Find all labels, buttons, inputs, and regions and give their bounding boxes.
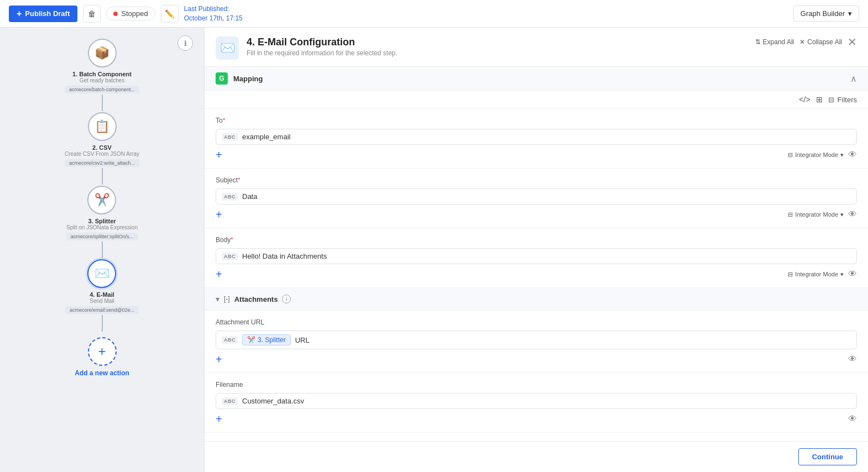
graph-builder-button[interactable]: Graph Builder ▾ [793,6,859,22]
subject-add-row: + ⊟ Integrator Mode ▾ 👁 [216,209,857,220]
integrator-icon-subject: ⊟ [788,211,793,218]
abc-badge-url: ABC [222,336,238,344]
to-label: To* [216,117,857,124]
body-eye-button[interactable]: 👁 [848,269,857,279]
node-label-3: 3. Splitter [88,218,116,224]
expand-all-button[interactable]: ⇅ Expand All [755,38,794,46]
node-label-4: 4. E-Mail [90,291,114,298]
info-icon[interactable]: ℹ [177,35,193,51]
mapping-collapse-button[interactable]: ∧ [850,74,857,84]
attachment-url-eye-button[interactable]: 👁 [848,354,857,364]
attachment-url-add-button[interactable]: + [216,354,222,365]
edit-button[interactable]: ✏️ [161,5,179,23]
step-header: ✉️ 4. E-Mail Configuration Fill in the r… [205,28,868,67]
node-tag-3: acmecore/splitter:splitOn/s... [66,233,138,240]
attachment-url-field-row[interactable]: ABC ✂️ 3. Splitter URL [216,331,857,349]
connector-line-3 [102,242,103,258]
attachments-label: Attachments [234,295,278,303]
to-add-button[interactable]: + [216,149,222,160]
splitter-token-icon: ✂️ [247,336,255,344]
right-panel: ✉️ 4. E-Mail Configuration Fill in the r… [205,28,868,472]
to-field-group: To* ABC example_email + ⊟ Integrator Mod… [205,109,868,169]
subject-add-button[interactable]: + [216,209,222,220]
filters-button[interactable]: ⊟ Filters [828,96,857,104]
filename-field-row[interactable]: ABC Customer_data.csv [216,393,857,409]
attachment-url-add-row: + 👁 [216,354,857,365]
filename-value: Customer_data.csv [242,397,851,405]
bracket-label: [-] [224,295,230,303]
to-field-row[interactable]: ABC example_email [216,129,857,145]
pipeline-node-2[interactable]: 📋 2. CSV Create CSV From JSON Array acme… [65,112,139,167]
filename-actions: 👁 [848,414,857,424]
node-circle-4: ✉️ [87,259,116,288]
node-sublabel-4: Send Mail [90,298,114,304]
mapping-section-header: G Mapping ∧ [205,67,868,91]
url-suffix: URL [295,336,851,344]
collapse-all-button[interactable]: ✕ Collapse All [799,38,842,46]
abc-badge-subject: ABC [222,193,238,201]
abc-badge-body: ABC [222,253,238,260]
chevron-down-icon-body: ▾ [840,271,844,278]
body-add-row: + ⊟ Integrator Mode ▾ 👁 [216,269,857,280]
chevron-down-icon: ▾ [840,151,844,159]
abc-badge-filename: ABC [222,397,238,405]
code-toggle-button[interactable]: </> [799,95,810,104]
node-circle-2: 📋 [88,112,117,141]
add-label: Add a new action [75,369,129,377]
attachment-url-label: Attachment URL [216,318,857,326]
abc-badge: ABC [222,133,238,141]
body-value: Hello! Data in Attachments [242,252,851,260]
body-integrator-mode-button[interactable]: ⊟ Integrator Mode ▾ [788,271,844,278]
attachment-url-field-group: Attachment URL ABC ✂️ 3. Splitter URL + … [205,311,868,373]
step-title: 4. E-Mail Configuration [247,36,747,48]
code-icon: </> [799,95,810,104]
node-circle-3: ✂️ [87,186,116,214]
subject-integrator-mode-button[interactable]: ⊟ Integrator Mode ▾ [788,211,844,218]
subject-field-row[interactable]: ABC Data [216,188,857,204]
body-field-group: Body* ABC Hello! Data in Attachments + ⊟… [205,228,868,288]
publish-draft-button[interactable]: + Publish Draft [9,6,77,22]
mapping-section-title: Mapping [233,75,845,83]
delete-button[interactable]: 🗑 [83,5,101,23]
attachment-url-actions: 👁 [848,354,857,364]
continue-button[interactable]: Continue [798,448,857,465]
close-button[interactable]: ✕ [848,36,857,48]
g-badge: G [216,72,228,85]
to-eye-button[interactable]: 👁 [848,150,857,160]
attachments-info-icon[interactable]: i [282,295,291,303]
subject-value: Data [242,192,851,201]
topbar: + Publish Draft 🗑 Stopped ✏️ Last Publis… [0,0,868,28]
to-actions: ⊟ Integrator Mode ▾ 👁 [788,150,857,160]
add-new-action[interactable]: + Add a new action [75,337,129,377]
pipeline-node-1[interactable]: 📦 1. Batch Component Get ready batches a… [65,39,139,93]
grid-icon: ⊞ [816,95,823,104]
expand-icon: ⇅ [755,38,761,46]
subject-actions: ⊟ Integrator Mode ▾ 👁 [788,209,857,219]
subject-eye-button[interactable]: 👁 [848,209,857,219]
attachments-collapse-button[interactable]: ▾ [216,295,219,303]
step-subtitle: Fill in the required information for the… [247,49,747,57]
add-circle: + [88,337,117,366]
pipeline-node-4[interactable]: ✉️ 4. E-Mail Send Mail acmecore/email:se… [65,259,139,314]
filename-add-button[interactable]: + [216,413,222,424]
chevron-down-icon: ▾ [848,9,852,18]
last-published: Last Published: October 17th, 17:15 [184,4,243,23]
to-value: example_email [242,133,851,141]
body-add-button[interactable]: + [216,269,222,280]
grid-toggle-button[interactable]: ⊞ [816,95,823,104]
header-actions: ⇅ Expand All ✕ Collapse All ✕ [755,36,857,48]
node-sublabel-2: Create CSV From JSON Array [65,151,139,157]
connector-line-2 [102,168,103,185]
plus-icon: + [17,9,22,19]
right-content: G Mapping ∧ </> ⊞ ⊟ Filters [205,67,868,441]
node-circle-1: 📦 [88,39,117,67]
node-tag-2: acmecore/csv2:write_attach... [65,159,139,167]
body-field-row[interactable]: ABC Hello! Data in Attachments [216,248,857,264]
pipeline-node-3[interactable]: ✂️ 3. Splitter Split on JSONata Expressi… [66,186,138,240]
to-add-row: + ⊟ Integrator Mode ▾ 👁 [216,149,857,160]
splitter-token: ✂️ 3. Splitter [242,334,291,345]
to-integrator-mode-button[interactable]: ⊟ Integrator Mode ▾ [788,151,844,159]
integrator-icon-body: ⊟ [788,271,793,278]
filename-eye-button[interactable]: 👁 [848,414,857,424]
node-label-2: 2. CSV [92,144,112,151]
